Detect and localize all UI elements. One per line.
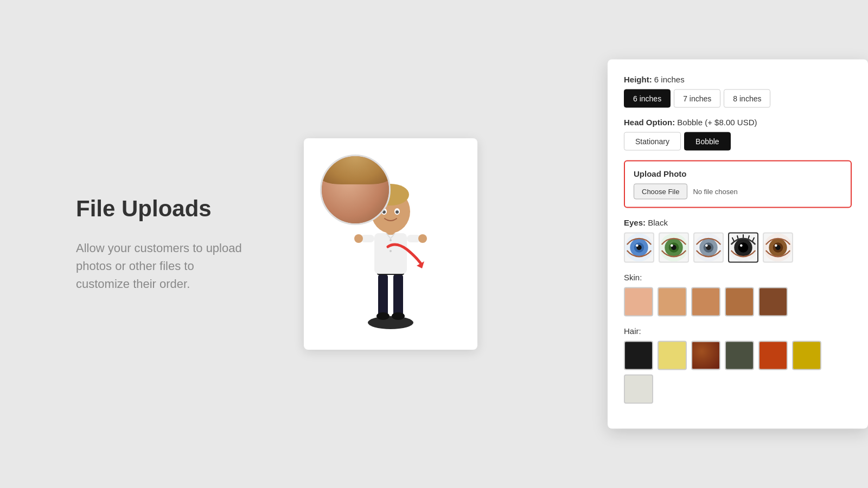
skin-swatch-2[interactable] [691, 287, 720, 317]
bobble-button[interactable]: Bobble [684, 132, 731, 151]
height-option-row: Height: 6 inches 6 inches 7 inches 8 inc… [624, 75, 852, 108]
eyes-label: Eyes: Black [624, 218, 852, 227]
face-photo-circle [320, 155, 391, 225]
upload-title: Upload Photo [634, 169, 842, 178]
svg-point-5 [392, 312, 405, 320]
hair-swatch-0[interactable] [624, 341, 653, 370]
skin-option-row: Skin: [624, 273, 852, 317]
eye-black-swatch[interactable] [728, 233, 758, 263]
height-btn-group: 6 inches 7 inches 8 inches [624, 89, 852, 108]
skin-swatch-3[interactable] [725, 287, 754, 317]
svg-point-26 [636, 244, 639, 247]
no-file-text: No file chosen [693, 188, 737, 196]
hair-label: Hair: [624, 326, 852, 336]
svg-point-40 [740, 244, 743, 247]
stationary-button[interactable]: Stationary [624, 132, 681, 151]
skin-swatch-1[interactable] [658, 287, 687, 317]
options-panel: Height: 6 inches 6 inches 7 inches 8 inc… [608, 60, 868, 429]
left-section: File Uploads Allow your customers to upl… [0, 163, 282, 325]
skin-swatch-0[interactable] [624, 287, 653, 317]
hair-swatch-1[interactable] [658, 341, 687, 370]
svg-point-1 [368, 316, 413, 329]
arrow-icon [385, 239, 429, 271]
hair-swatch-3[interactable] [725, 341, 754, 370]
upload-box: Upload Photo Choose File No file chosen [624, 160, 852, 208]
hair-swatch-6[interactable] [624, 375, 653, 404]
svg-point-18 [395, 210, 399, 214]
skin-swatch-row [624, 287, 852, 317]
svg-point-10 [354, 234, 363, 243]
height-label: Height: 6 inches [624, 75, 852, 84]
eye-green-swatch[interactable] [659, 233, 689, 263]
hair-swatch-5[interactable] [792, 341, 821, 370]
eye-blue-swatch[interactable] [624, 233, 654, 263]
product-image-card [304, 138, 477, 350]
hair-swatch-2[interactable] [691, 341, 720, 370]
file-input-row: Choose File No file chosen [634, 184, 842, 200]
skin-swatch-4[interactable] [758, 287, 788, 317]
eyes-option-row: Eyes: Black [624, 218, 852, 263]
face-inner [322, 156, 389, 223]
svg-point-4 [376, 312, 390, 320]
hair-swatch-row [624, 341, 852, 404]
eye-grey-swatch[interactable] [693, 233, 724, 263]
svg-point-31 [671, 244, 673, 247]
height-8-button[interactable]: 8 inches [724, 89, 770, 108]
head-label: Head Option: Bobble (+ $8.00 USD) [624, 118, 852, 127]
page-title: File Uploads [76, 195, 250, 222]
svg-rect-3 [393, 274, 403, 317]
height-6-button[interactable]: 6 inches [624, 89, 671, 108]
hair-swatch-4[interactable] [758, 341, 788, 370]
svg-point-45 [775, 244, 777, 247]
eye-brown-swatch[interactable] [763, 233, 793, 263]
page-description: Allow your customers to upload photos or… [76, 239, 250, 293]
skin-label: Skin: [624, 273, 852, 282]
head-btn-group: Stationary Bobble [624, 132, 852, 151]
height-7-button[interactable]: 7 inches [674, 89, 720, 108]
svg-rect-2 [378, 274, 388, 317]
choose-file-button[interactable]: Choose File [634, 184, 687, 200]
head-option-row: Head Option: Bobble (+ $8.00 USD) Statio… [624, 118, 852, 151]
svg-point-36 [705, 244, 708, 247]
hair-option-row: Hair: [624, 326, 852, 404]
eyes-swatch-row [624, 233, 852, 263]
svg-point-39 [738, 242, 749, 253]
bobblehead-scene [304, 138, 477, 350]
